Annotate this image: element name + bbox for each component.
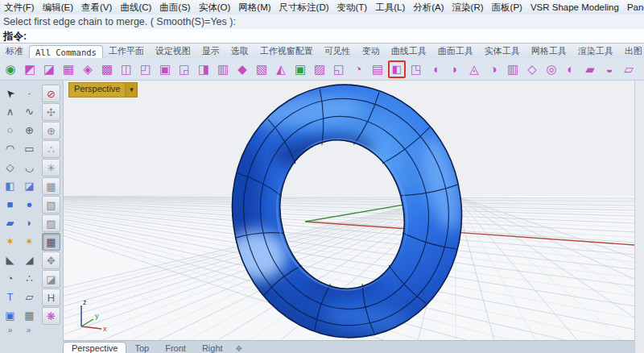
text-tool-icon[interactable]: T: [1, 289, 19, 306]
tsplines-propeller-icon[interactable]: ✣: [42, 103, 60, 121]
ribbon-tab-14[interactable]: 出图: [619, 44, 644, 58]
menu-item-11[interactable]: 渲染(R): [448, 2, 488, 14]
viewport-title[interactable]: Perspective ▼: [68, 82, 138, 98]
menu-item-14[interactable]: Paneling Tools: [623, 2, 644, 12]
ribbon-tab-10[interactable]: 曲面工具: [432, 44, 479, 58]
boolean-union-tool-icon[interactable]: ✶: [1, 233, 19, 251]
fillet-sphere-tool-icon[interactable]: ◔: [1, 270, 19, 288]
viewport-tab-right[interactable]: Right: [194, 343, 231, 353]
menu-item-7[interactable]: 尺寸标注(D): [275, 2, 333, 14]
viewport-tab-front[interactable]: Front: [157, 343, 194, 353]
box-tool-icon[interactable]: ■: [1, 196, 19, 214]
menu-item-2[interactable]: 查看(V): [77, 2, 116, 14]
point-tool-icon[interactable]: ∙: [20, 85, 39, 102]
tool-icon-19[interactable]: ▤: [369, 60, 386, 78]
tool-icon-13[interactable]: ▧: [253, 60, 270, 78]
tool-icon-12[interactable]: ◆: [233, 60, 251, 78]
add-viewport-tab-icon[interactable]: ✥: [231, 343, 247, 353]
sphere-tool-icon[interactable]: ●: [20, 196, 39, 214]
tsplines-box2-icon[interactable]: ▧: [42, 196, 60, 214]
cylinder-tool-icon[interactable]: ▰: [1, 214, 19, 232]
command-prompt-line[interactable]: 指令:: [0, 29, 644, 44]
circle-tool-icon[interactable]: ○: [1, 122, 19, 139]
tsplines-axis-icon[interactable]: ✳: [42, 159, 60, 176]
array-tool-icon[interactable]: ▦: [20, 307, 39, 325]
ribbon-tab-1[interactable]: All Commands: [29, 45, 103, 58]
tool-icon-21[interactable]: ◳: [407, 60, 425, 78]
ribbon-tab-5[interactable]: 选取: [225, 44, 254, 58]
menu-item-6[interactable]: 网格(M): [234, 2, 275, 14]
menu-item-1[interactable]: 编辑(E): [39, 2, 77, 14]
menu-item-4[interactable]: 曲面(S): [155, 2, 194, 14]
menu-item-0[interactable]: 文件(F): [0, 2, 39, 14]
tool-icon-5[interactable]: ▩: [98, 60, 116, 78]
menu-item-12[interactable]: 面板(P): [488, 2, 526, 14]
tool-icon-11[interactable]: ▥: [214, 60, 232, 78]
ribbon-tab-4[interactable]: 显示: [196, 44, 225, 58]
tool-icon-25[interactable]: ◑: [485, 60, 502, 78]
boolean-split-tool-icon[interactable]: ✴: [20, 233, 39, 251]
ribbon-tab-11[interactable]: 实体工具: [479, 44, 526, 58]
tool-icon-1[interactable]: ◩: [21, 60, 39, 78]
tsplines-h-mode-icon[interactable]: H: [42, 289, 60, 306]
tsplines-power-icon[interactable]: ◉: [2, 60, 19, 78]
tsplines-manipulate-icon[interactable]: ✥: [42, 251, 60, 269]
ribbon-tab-7[interactable]: 可见性: [319, 44, 357, 58]
more-tools-left-icon[interactable]: »: [1, 326, 19, 344]
points-tool-icon[interactable]: ∴: [20, 270, 39, 288]
tool-icon-18[interactable]: ◔: [349, 60, 367, 78]
tool-icon-8[interactable]: ▣: [156, 60, 174, 78]
tool-icon-29[interactable]: ◐: [562, 60, 580, 78]
blob-tool-icon[interactable]: ◗: [20, 214, 39, 232]
ribbon-tab-12[interactable]: 网格工具: [526, 44, 572, 58]
tool-icon-28[interactable]: ◎: [543, 60, 560, 78]
tool-icon-32[interactable]: ▱: [620, 60, 638, 78]
plane-tool-icon[interactable]: ▱: [20, 289, 39, 306]
tsplines-molecule-icon[interactable]: ∴: [42, 140, 60, 158]
tool-icon-24[interactable]: ◬: [465, 60, 483, 78]
tool-icon-2[interactable]: ◪: [40, 60, 58, 78]
tool-icon-3[interactable]: ▦: [60, 60, 77, 78]
ribbon-tab-0[interactable]: 标准: [0, 44, 29, 58]
tsplines-sphere-icon[interactable]: ⊕: [42, 122, 60, 139]
tool-icon-10[interactable]: ◨: [195, 60, 213, 78]
tsplines-stamp-icon[interactable]: ◪: [42, 270, 60, 288]
tool-icon-14[interactable]: ◭: [272, 60, 290, 78]
ellipse-tool-icon[interactable]: ⊕: [20, 122, 39, 139]
menu-item-8[interactable]: 变动(T): [333, 2, 372, 14]
viewport-title-label[interactable]: Perspective: [68, 82, 125, 98]
ribbon-tab-8[interactable]: 变动: [357, 44, 386, 58]
tool-icon-9[interactable]: ◲: [175, 60, 193, 78]
tool-icon-31[interactable]: ◒: [601, 60, 618, 78]
tool-icon-22[interactable]: ◖: [427, 60, 444, 78]
right-panel-strip[interactable]: [634, 81, 644, 353]
surface-tool-icon[interactable]: ◧: [1, 177, 19, 195]
arc-tool-icon[interactable]: ◠: [1, 140, 19, 158]
ribbon-tab-3[interactable]: 设定视图: [150, 44, 196, 58]
ribbon-tab-2[interactable]: 工作平面: [103, 44, 150, 58]
menu-item-9[interactable]: 工具(L): [371, 2, 409, 14]
tool-icon-26[interactable]: ▥: [504, 60, 522, 78]
chamfer-tool-icon[interactable]: ◣: [1, 251, 19, 269]
tsplines-box-mode-icon[interactable]: ▦: [42, 233, 60, 251]
ribbon-tab-9[interactable]: 曲线工具: [386, 44, 432, 58]
menu-item-5[interactable]: 实体(O): [195, 2, 235, 14]
rectangle-tool-icon[interactable]: ▭: [20, 140, 39, 158]
tool-icon-30[interactable]: ▰: [581, 60, 599, 78]
bend-surface-tool-icon[interactable]: ◪: [20, 177, 39, 195]
corner-curve-tool-icon[interactable]: ◡: [20, 159, 39, 176]
group-tool-icon[interactable]: ▣: [1, 307, 19, 325]
tsplines-box3-icon[interactable]: ▨: [42, 214, 60, 232]
viewport-tab-top[interactable]: Top: [126, 343, 157, 353]
ribbon-tab-13[interactable]: 渲染工具: [572, 44, 619, 58]
tool-icon-17[interactable]: ◱: [330, 60, 348, 78]
fillet-tool-icon[interactable]: ◢: [20, 251, 39, 269]
tool-icon-4[interactable]: ◈: [79, 60, 97, 78]
tsplines-gear-icon[interactable]: ❋: [42, 307, 60, 325]
menu-item-3[interactable]: 曲线(C): [116, 2, 155, 14]
tool-icon-23[interactable]: ◗: [446, 60, 464, 78]
viewport-tab-perspective[interactable]: Perspective: [63, 342, 126, 353]
tool-icon-16[interactable]: ▨: [311, 60, 328, 78]
perspective-viewport[interactable]: Perspective ▼ zyx: [63, 81, 634, 340]
merge-edge-tool-icon[interactable]: ◧: [388, 60, 406, 78]
